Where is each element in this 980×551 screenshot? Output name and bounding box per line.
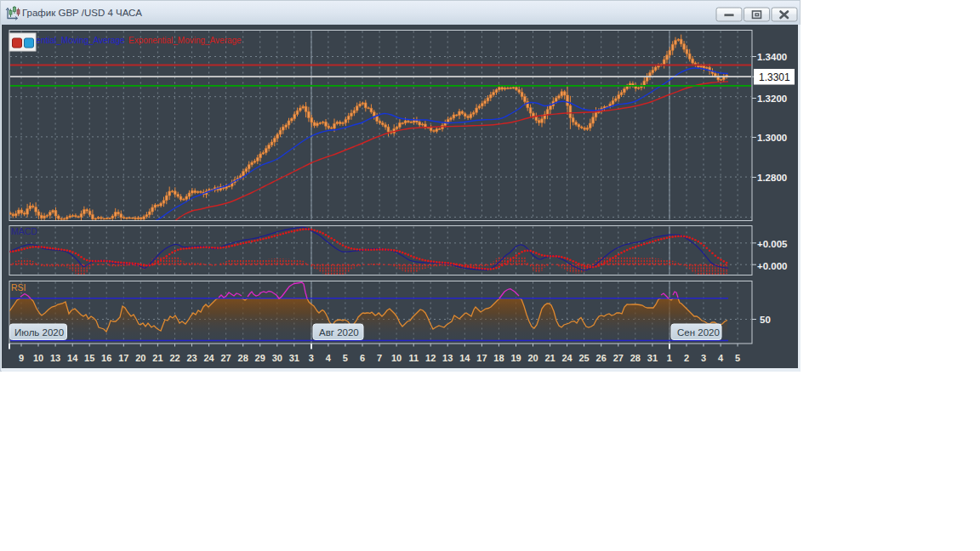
svg-text:16: 16 — [101, 353, 111, 363]
svg-text:28: 28 — [238, 353, 248, 363]
svg-text:24: 24 — [561, 353, 573, 363]
svg-text:27: 27 — [613, 353, 624, 363]
svg-text:10: 10 — [391, 353, 402, 363]
svg-text:20: 20 — [135, 353, 145, 363]
svg-text:24: 24 — [203, 353, 214, 363]
svg-text:27: 27 — [220, 353, 231, 363]
svg-text:Июль 2020: Июль 2020 — [14, 327, 64, 338]
svg-text:9: 9 — [19, 353, 24, 363]
svg-text:12: 12 — [425, 353, 436, 363]
svg-text:4: 4 — [718, 353, 724, 363]
svg-text:RSI: RSI — [11, 282, 26, 293]
svg-text:2: 2 — [684, 353, 689, 363]
svg-text:50: 50 — [760, 315, 771, 325]
svg-text:1.2800: 1.2800 — [757, 173, 787, 183]
svg-text:14: 14 — [459, 353, 470, 363]
svg-text:31: 31 — [647, 353, 658, 363]
svg-text:5: 5 — [735, 353, 740, 363]
svg-text:3: 3 — [701, 353, 706, 363]
svg-text:5: 5 — [343, 353, 348, 363]
svg-text:13: 13 — [442, 353, 453, 363]
svg-text:29: 29 — [255, 353, 265, 363]
svg-text:3: 3 — [309, 353, 314, 363]
svg-text:1.3301: 1.3301 — [759, 71, 790, 83]
svg-text:21: 21 — [544, 353, 555, 363]
svg-text:1.3400: 1.3400 — [757, 52, 787, 62]
svg-text:22: 22 — [169, 353, 179, 363]
svg-text:Exponential_Moving_Average: Exponential_Moving_Average — [128, 36, 242, 45]
svg-text:6: 6 — [360, 353, 365, 363]
svg-text:25: 25 — [578, 353, 589, 363]
svg-text:21: 21 — [152, 353, 162, 363]
svg-text:1: 1 — [667, 353, 672, 363]
svg-text:Авг 2020: Авг 2020 — [319, 327, 359, 338]
svg-text:17: 17 — [118, 353, 128, 363]
svg-text:18: 18 — [493, 353, 504, 363]
svg-text:1.3200: 1.3200 — [757, 94, 787, 104]
svg-text:1.3000: 1.3000 — [757, 133, 787, 143]
svg-text:14: 14 — [67, 353, 78, 363]
svg-text:17: 17 — [476, 353, 487, 363]
svg-text:19: 19 — [510, 353, 521, 363]
svg-text:28: 28 — [630, 353, 641, 363]
svg-text:4: 4 — [326, 353, 332, 363]
svg-text:+0.005: +0.005 — [757, 239, 788, 249]
svg-text:26: 26 — [596, 353, 607, 363]
svg-text:10: 10 — [33, 353, 43, 363]
svg-text:Сен 2020: Сен 2020 — [677, 327, 720, 338]
svg-text:31: 31 — [289, 353, 299, 363]
svg-text:13: 13 — [50, 353, 60, 363]
svg-text:23: 23 — [186, 353, 197, 363]
svg-text:15: 15 — [84, 353, 94, 363]
svg-text:+0.000: +0.000 — [757, 261, 788, 271]
svg-text:30: 30 — [272, 353, 282, 363]
svg-text:MACD: MACD — [11, 226, 37, 236]
svg-text:График GBP /USD 4 ЧАСА: График GBP /USD 4 ЧАСА — [22, 8, 142, 18]
svg-text:11: 11 — [408, 353, 419, 363]
svg-text:20: 20 — [527, 353, 538, 363]
svg-text:7: 7 — [377, 353, 382, 363]
